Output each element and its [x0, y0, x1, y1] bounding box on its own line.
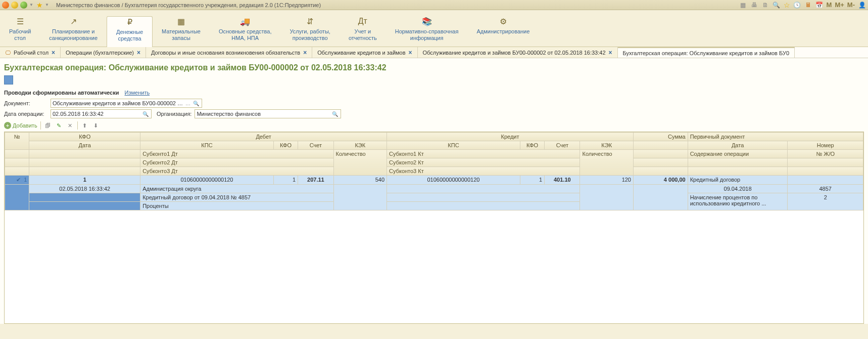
opdate-label: Дата операции:	[4, 111, 47, 117]
table-row[interactable]: 02.05.2018 16:33:42 Администрация округа…	[5, 185, 863, 193]
col-pd-num[interactable]: Номер	[788, 141, 863, 150]
close-icon[interactable]: ×	[137, 49, 140, 56]
col-sub3d[interactable]: Субконто3 Дт	[140, 167, 333, 176]
change-link[interactable]: Изменить	[125, 90, 150, 96]
col-sub2k[interactable]: Субконто2 Кт	[387, 158, 580, 167]
section-2[interactable]: ₽Денежныесредства	[107, 16, 153, 47]
titlebar: ▼ ★ ▼ Министерство финансов / Бухгалтери…	[0, 0, 868, 10]
tabs-bar: 🖵Рабочий стол×Операции (бухгалтерские)×Д…	[0, 47, 868, 58]
down-icon[interactable]: ⬇	[92, 121, 100, 130]
col-kek-k[interactable]: КЭК	[580, 141, 634, 150]
section-icon: ₽	[116, 17, 143, 27]
doc-icon[interactable]: 🗎	[761, 1, 769, 9]
col-debet[interactable]: Дебет	[140, 133, 387, 141]
section-1[interactable]: ↗Планирование исанкционирование	[40, 16, 107, 47]
close-icon[interactable]: ×	[609, 49, 612, 56]
content-area: Бухгалтерская операция: Обслуживание кре…	[0, 58, 868, 324]
document-input[interactable]: Обслуживание кредитов и займов БУ00-0000…	[51, 99, 202, 108]
ellipsis-icon[interactable]: …	[184, 101, 192, 106]
org-label: Организация:	[157, 111, 191, 117]
col-kfo-k[interactable]: КФО	[520, 141, 544, 150]
m-button[interactable]: M	[827, 1, 832, 9]
search2-icon[interactable]: 🔍	[773, 1, 781, 9]
col-content[interactable]: Содержание операции	[688, 150, 788, 158]
window-max-icon[interactable]	[20, 2, 27, 9]
section-0[interactable]: ☰Рабочийстол	[0, 16, 40, 47]
section-icon: ⇵	[290, 16, 330, 26]
calendar-icon[interactable]: 📅	[815, 1, 824, 9]
col-sub2d[interactable]: Субконто2 Дт	[140, 158, 333, 167]
mplus-button[interactable]: M+	[835, 1, 844, 9]
calc-icon[interactable]: 🖩	[804, 1, 812, 9]
desktop-icon: 🖵	[5, 50, 11, 56]
col-sub1d[interactable]: Субконто1 Дт	[140, 150, 333, 158]
col-primary[interactable]: Первичный документ	[688, 133, 863, 141]
col-kps-k[interactable]: КПС	[387, 141, 520, 150]
section-4[interactable]: 🚚Основные средства,НМА, НПА	[210, 16, 281, 47]
window-title: Министерство финансов / Бухгалтерия госу…	[56, 2, 321, 8]
col-kps-d[interactable]: КПС	[140, 141, 274, 150]
grid-icon[interactable]: ▦	[739, 1, 747, 9]
col-no[interactable]: №	[5, 133, 29, 150]
tab-4[interactable]: Обслуживание кредитов и займов БУ00-0000…	[418, 47, 618, 58]
icon-button[interactable]	[4, 75, 13, 84]
tab-1[interactable]: Операции (бухгалтерские)×	[61, 47, 146, 58]
plus-icon: +	[4, 122, 11, 129]
org-input[interactable]: Министерство финансов 🔍	[195, 109, 341, 118]
search-icon[interactable]: 🔍	[192, 101, 200, 106]
col-sum[interactable]: Сумма	[633, 133, 688, 141]
col-kek-d[interactable]: КЭК	[333, 141, 387, 150]
section-3[interactable]: ▦Материальныезапасы	[153, 16, 210, 47]
copy-icon[interactable]: 🗐	[44, 121, 52, 130]
edit-icon[interactable]: ✎	[55, 121, 63, 130]
section-icon: ⚙	[476, 16, 529, 26]
close-icon[interactable]: ×	[52, 49, 55, 56]
tab-0[interactable]: 🖵Рабочий стол×	[0, 47, 61, 58]
section-6[interactable]: ДтУчет иотчетность	[340, 16, 386, 47]
table-row[interactable]: ✔ 1 1 01060000000000120 1 207.11 540 010…	[5, 176, 863, 185]
window-min-icon[interactable]	[11, 2, 18, 9]
history-icon[interactable]: 🕓	[793, 1, 801, 9]
search-icon[interactable]: 🔍	[331, 111, 339, 117]
user-icon[interactable]: 👤	[858, 1, 866, 9]
col-date[interactable]: Дата	[29, 141, 140, 150]
section-8[interactable]: ⚙Администрирование	[467, 16, 539, 47]
close-icon[interactable]: ×	[409, 49, 412, 56]
col-jo[interactable]: № Ж/О	[788, 150, 863, 158]
col-qty-k[interactable]: Количество	[580, 150, 634, 176]
section-7[interactable]: 📚Нормативно-справочнаяинформация	[386, 16, 468, 47]
opdate-input[interactable]: 02.05.2018 16:33:42 🔍	[51, 109, 152, 118]
add-button[interactable]: + Добавить	[4, 122, 37, 129]
section-icon: ▦	[162, 16, 201, 26]
print-icon[interactable]: 🖶	[750, 1, 758, 9]
tab-5[interactable]: Бухгалтерская операция: Обслуживание кре…	[618, 47, 795, 58]
col-kredit[interactable]: Кредит	[387, 133, 634, 141]
section-5[interactable]: ⇵Услуги, работы,производство	[281, 16, 340, 47]
close-icon[interactable]: ×	[303, 49, 307, 56]
col-sub3k[interactable]: Субконто3 Кт	[387, 167, 580, 176]
col-acc-d[interactable]: Счет	[298, 141, 333, 150]
col-acc-k[interactable]: Счет	[545, 141, 580, 150]
delete-icon[interactable]: ✕	[66, 121, 74, 130]
check-icon: ✔	[16, 177, 21, 183]
col-kfo[interactable]: КФО	[29, 133, 140, 141]
window-1c-icon[interactable]	[2, 2, 9, 9]
window-menu-dd[interactable]: ▼	[29, 3, 34, 7]
mminus-button[interactable]: M-	[847, 1, 855, 9]
favorite-dd[interactable]: ▼	[45, 3, 50, 7]
col-qty-d[interactable]: Количество	[333, 150, 387, 176]
auto-generated-line: Проводки сформированы автоматически Изме…	[4, 90, 864, 96]
up-icon[interactable]: ⬆	[81, 121, 89, 130]
entries-grid[interactable]: № КФО Дебет Кредит Сумма Первичный докум…	[4, 132, 864, 324]
col-kfo-d[interactable]: КФО	[273, 141, 298, 150]
col-pd-date[interactable]: Дата	[688, 141, 788, 150]
search-icon[interactable]: 🔍	[141, 111, 150, 117]
section-icon: ↗	[49, 16, 98, 26]
tab-3[interactable]: Обслуживание кредитов и займов×	[312, 47, 417, 58]
fav2-icon[interactable]: ☆	[784, 1, 790, 9]
section-icon: Дт	[349, 16, 377, 26]
favorite-star-icon[interactable]: ★	[36, 1, 43, 9]
tab-2[interactable]: Договоры и иные основания возникновения …	[146, 47, 312, 58]
col-sub1k[interactable]: Субконто1 Кт	[387, 150, 580, 158]
table-row[interactable]: Кредитный договор от 09.04.2018 № 4857 Н…	[5, 193, 863, 202]
